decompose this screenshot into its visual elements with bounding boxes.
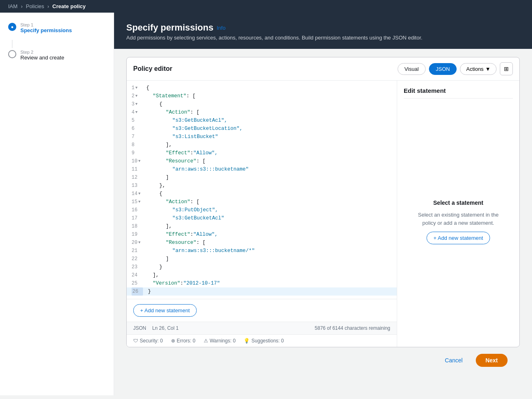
- lint-security-label: Security: 0: [140, 338, 163, 344]
- code-line-18: 18 ],: [127, 222, 397, 230]
- top-nav: IAM › Policies › Create policy: [0, 0, 532, 13]
- page-title-row: Specify permissions Info: [126, 22, 520, 33]
- sidebar: ● Step 1 Specify permissions Step 2 Revi…: [0, 13, 114, 395]
- footer: Cancel Next: [126, 347, 520, 373]
- actions-button[interactable]: Actions ▼: [460, 63, 497, 75]
- step2-name: Review and create: [20, 55, 64, 61]
- next-button[interactable]: Next: [476, 354, 508, 367]
- expand-icon: ⊞: [504, 66, 509, 72]
- security-icon: 🛡: [133, 338, 138, 344]
- code-line-14: 14 ▼ {: [127, 190, 397, 198]
- step1-icon: ●: [8, 23, 16, 31]
- step2-icon: [8, 50, 16, 58]
- content-area: Specify permissions Info Add permissions…: [114, 13, 532, 395]
- code-line-1: 1 ▼ {: [127, 84, 397, 92]
- code-line-9: 9 "Effect" : "Allow",: [127, 149, 397, 157]
- code-line-6: 6 "s3:GetBucketLocation",: [127, 125, 397, 133]
- editor-title: Policy editor: [133, 65, 172, 72]
- lint-suggestions: 💡 Suggestions: 0: [244, 338, 284, 344]
- code-line-4: 4 ▼ "Action" : [: [127, 108, 397, 116]
- chevron-down-icon: ▼: [485, 66, 490, 72]
- code-line-25: 25 "Version" : "2012-10-17": [127, 279, 397, 287]
- status-chars-remaining: 5876 of 6144 characters remaining: [315, 325, 390, 331]
- code-line-7: 7 "s3:ListBucket": [127, 133, 397, 141]
- policy-editor-card: Policy editor Visual JSON Actions ▼ ⊞: [126, 57, 520, 347]
- page-title-text: Specify permissions: [126, 22, 213, 33]
- expand-button[interactable]: ⊞: [500, 62, 513, 75]
- tab-json[interactable]: JSON: [429, 63, 457, 75]
- code-line-2: 2 ▼ "Statement" : [: [127, 92, 397, 100]
- code-area[interactable]: 1 ▼ { 2 ▼ "Statement" : [ 3 ▼ {: [127, 81, 397, 347]
- code-line-19: 19 "Effect" : "Allow",: [127, 230, 397, 239]
- status-position: Ln 26, Col 1: [152, 325, 179, 331]
- code-line-21: 21 "arn:aws:s3:::bucketname/*": [127, 247, 397, 255]
- lint-bar: 🛡 Security: 0 ⊗ Errors: 0 ⚠ Warnings: 0: [127, 334, 397, 347]
- header-band: Specify permissions Info Add permissions…: [114, 13, 532, 49]
- step1-number: Step 1: [20, 22, 72, 27]
- lint-suggestions-label: Suggestions: 0: [251, 338, 284, 344]
- step1-item: ● Step 1 Specify permissions: [8, 22, 106, 33]
- warning-icon: ⚠: [204, 338, 208, 344]
- step2-item: Step 2 Review and create: [8, 50, 106, 61]
- code-line-12: 12 ]: [127, 173, 397, 182]
- editor-body: 1 ▼ { 2 ▼ "Statement" : [ 3 ▼ {: [127, 81, 519, 347]
- select-stmt-desc: Select an existing statement in the poli…: [412, 211, 505, 227]
- nav-policies-link[interactable]: Policies: [26, 3, 44, 9]
- add-statement-area: + Add new statement: [127, 299, 397, 322]
- code-line-3: 3 ▼ {: [127, 100, 397, 108]
- lint-warnings: ⚠ Warnings: 0: [204, 338, 236, 344]
- code-line-24: 24 ],: [127, 271, 397, 279]
- step-connector: [12, 40, 13, 48]
- code-line-16: 16 "s3:PutObject",: [127, 206, 397, 214]
- editor-tabs: Visual JSON Actions ▼ ⊞: [398, 62, 513, 75]
- step2-label-group: Step 2 Review and create: [20, 50, 64, 61]
- select-statement-box: Select a statement Select an existing st…: [404, 103, 513, 340]
- code-line-26: 26 }: [127, 287, 397, 296]
- lint-errors-label: Errors: 0: [177, 338, 196, 344]
- suggestion-icon: 💡: [244, 338, 250, 344]
- page-info-link[interactable]: Info: [217, 25, 226, 31]
- code-line-22: 22 ]: [127, 255, 397, 263]
- status-format: JSON: [133, 325, 146, 331]
- right-panel-title: Edit statement: [404, 87, 513, 99]
- lint-warnings-label: Warnings: 0: [210, 338, 236, 344]
- page-subtitle: Add permissions by selecting services, a…: [126, 35, 520, 41]
- breadcrumb-chevron-2: ›: [47, 3, 49, 9]
- code-line-8: 8 ],: [127, 141, 397, 149]
- cancel-button[interactable]: Cancel: [437, 354, 471, 367]
- tab-visual[interactable]: Visual: [398, 63, 426, 75]
- status-left: JSON Ln 26, Col 1: [133, 325, 178, 331]
- nav-create-label: Create policy: [53, 3, 86, 9]
- code-line-23: 23 }: [127, 263, 397, 271]
- code-scroll[interactable]: 1 ▼ { 2 ▼ "Statement" : [ 3 ▼ {: [127, 81, 397, 299]
- select-stmt-title: Select a statement: [433, 200, 484, 206]
- add-statement-button[interactable]: + Add new statement: [133, 304, 197, 317]
- step2-number: Step 2: [20, 50, 64, 55]
- error-icon: ⊗: [171, 338, 175, 344]
- nav-iam-link[interactable]: IAM: [8, 3, 18, 9]
- code-line-20: 20 ▼ "Resource" : [: [127, 239, 397, 247]
- code-line-5: 5 "s3:GetBucketAcl",: [127, 116, 397, 125]
- code-line-15: 15 ▼ "Action" : [: [127, 198, 397, 206]
- lint-security: 🛡 Security: 0: [133, 338, 163, 344]
- code-line-13: 13 },: [127, 182, 397, 190]
- step1-name: Specify permissions: [20, 27, 72, 33]
- code-line-17: 17 "s3:GetBucketAcl": [127, 214, 397, 222]
- status-bar: JSON Ln 26, Col 1 5876 of 6144 character…: [127, 322, 397, 334]
- editor-toolbar: Policy editor Visual JSON Actions ▼ ⊞: [127, 57, 519, 81]
- step1-label-group: Step 1 Specify permissions: [20, 22, 72, 33]
- lint-errors: ⊗ Errors: 0: [171, 338, 196, 344]
- breadcrumb-chevron-1: ›: [21, 3, 22, 9]
- add-new-statement-button[interactable]: + Add new statement: [426, 232, 490, 244]
- code-line-11: 11 "arn:aws:s3:::bucketname": [127, 165, 397, 173]
- right-panel: Edit statement Select a statement Select…: [397, 81, 519, 347]
- main-layout: ● Step 1 Specify permissions Step 2 Revi…: [0, 13, 532, 395]
- code-line-10: 10 ▼ "Resource" : [: [127, 157, 397, 165]
